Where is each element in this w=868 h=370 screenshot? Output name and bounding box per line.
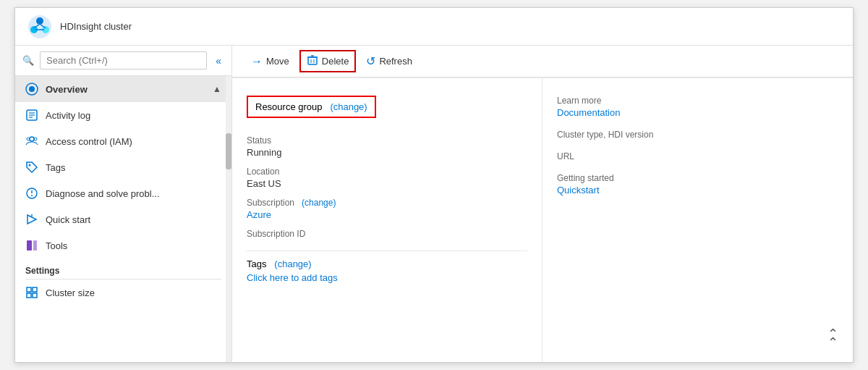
- search-bar: 🔍 «: [15, 46, 231, 76]
- diagnose-icon: [25, 187, 38, 200]
- search-input[interactable]: [40, 51, 207, 70]
- sidebar-scrollbar-thumb[interactable]: [226, 133, 231, 169]
- resource-group-change-link[interactable]: (change): [330, 101, 367, 112]
- sidebar-nav: Overview ▲ Activity log: [15, 76, 231, 362]
- scroll-up-button[interactable]: ⌃ ⌃: [827, 329, 838, 348]
- move-label: Move: [266, 56, 289, 67]
- sidebar-item-label: Tags: [46, 162, 65, 173]
- chevron-up-icon: ▲: [213, 84, 221, 94]
- settings-nav-list: Cluster size: [15, 279, 231, 306]
- access-control-icon: [25, 135, 38, 148]
- refresh-button[interactable]: ↺ Refresh: [359, 50, 420, 72]
- sidebar-item-label: Diagnose and solve probl...: [46, 188, 160, 199]
- sidebar: 🔍 « Overview ▲: [15, 46, 232, 362]
- svg-rect-22: [27, 240, 32, 251]
- overview-icon: [25, 83, 38, 96]
- collapse-button[interactable]: «: [213, 54, 224, 68]
- sidebar-item-label: Cluster size: [46, 287, 95, 298]
- details-right: Learn more Documentation Cluster type, H…: [542, 77, 853, 362]
- svg-point-13: [30, 137, 34, 141]
- url-label: URL: [557, 151, 838, 161]
- settings-section: Settings Cluster size: [15, 258, 231, 306]
- svg-rect-27: [33, 293, 37, 298]
- svg-point-1: [36, 17, 43, 25]
- app-body: 🔍 « Overview ▲: [15, 46, 853, 362]
- search-icon: 🔍: [22, 55, 34, 66]
- move-button[interactable]: → Move: [244, 51, 297, 72]
- svg-point-19: [31, 195, 33, 196]
- delete-label: Delete: [322, 56, 349, 67]
- activity-log-icon: [25, 109, 38, 122]
- svg-rect-24: [27, 287, 31, 292]
- sidebar-item-label: Tools: [46, 240, 67, 251]
- sidebar-item-tools[interactable]: Tools: [15, 232, 231, 258]
- add-tags-link[interactable]: Click here to add tags: [247, 272, 338, 283]
- nav-list: Overview ▲ Activity log: [15, 76, 231, 258]
- details-grid: Resource group (change) Status Running L…: [232, 77, 853, 362]
- details-panel: Resource group (change) Status Running L…: [232, 77, 853, 362]
- tags-change-link[interactable]: (change): [274, 258, 311, 269]
- sidebar-item-overview[interactable]: Overview ▲: [15, 76, 231, 102]
- location-value: East US: [247, 178, 527, 189]
- sidebar-item-label: Activity log: [46, 110, 90, 121]
- sidebar-item-cluster-size[interactable]: Cluster size: [15, 279, 231, 306]
- delete-button[interactable]: Delete: [299, 50, 357, 72]
- move-arrow-icon: →: [251, 55, 263, 68]
- svg-rect-28: [308, 57, 317, 64]
- settings-label: Settings: [15, 258, 231, 279]
- documentation-link[interactable]: Documentation: [557, 107, 620, 118]
- sidebar-item-activity-log[interactable]: Activity log: [15, 102, 231, 128]
- tools-icon: [25, 239, 38, 252]
- learn-more-label: Learn more: [557, 96, 838, 106]
- tags-label: Tags: [247, 258, 266, 269]
- url-section: URL: [557, 151, 838, 161]
- refresh-icon: ↺: [366, 54, 375, 68]
- sidebar-item-access-control[interactable]: Access control (IAM): [15, 128, 231, 154]
- status-value: Running: [247, 147, 527, 158]
- sidebar-item-tags[interactable]: Tags: [15, 154, 231, 180]
- app-title: HDInsight cluster: [60, 21, 132, 32]
- cluster-type-section: Cluster type, HDI version: [557, 130, 838, 140]
- details-left: Resource group (change) Status Running L…: [232, 77, 542, 362]
- svg-point-8: [29, 86, 35, 92]
- sidebar-item-quick-start[interactable]: Quick start: [15, 206, 231, 232]
- svg-point-16: [29, 164, 31, 167]
- quick-start-icon: [25, 213, 38, 226]
- quickstart-link[interactable]: Quickstart: [557, 185, 600, 195]
- resource-group-box: Resource group (change): [247, 96, 376, 118]
- getting-started-label: Getting started: [557, 173, 838, 183]
- resource-group-label: Resource group: [255, 101, 323, 112]
- app-header: HDInsight cluster: [15, 8, 853, 46]
- toolbar: → Move Delete ↺ Refresh: [232, 46, 853, 77]
- sidebar-item-label: Overview: [46, 84, 88, 95]
- location-label: Location: [247, 167, 527, 177]
- subscription-label: Subscription (change): [247, 198, 527, 208]
- sidebar-item-label: Access control (IAM): [46, 136, 132, 147]
- getting-started-section: Getting started Quickstart: [557, 173, 838, 195]
- tags-row: Tags (change) Click here to add tags: [247, 251, 527, 283]
- sidebar-item-label: Quick start: [46, 214, 90, 225]
- subscription-id-label: Subscription ID: [247, 229, 527, 239]
- cluster-type-label: Cluster type, HDI version: [557, 130, 838, 140]
- sidebar-scrollbar[interactable]: [226, 76, 231, 362]
- refresh-label: Refresh: [379, 56, 412, 67]
- svg-rect-25: [33, 287, 37, 292]
- subscription-value-link[interactable]: Azure: [247, 209, 271, 220]
- main-content: → Move Delete ↺ Refresh: [232, 46, 853, 362]
- tags-icon: [25, 161, 38, 174]
- svg-rect-23: [33, 240, 37, 251]
- hdinsight-logo: [27, 14, 53, 40]
- cluster-size-icon: [25, 286, 38, 299]
- status-label: Status: [247, 135, 527, 146]
- subscription-change-link[interactable]: (change): [302, 198, 336, 208]
- app-window: HDInsight cluster 🔍 « Overview: [14, 7, 854, 363]
- sidebar-item-diagnose[interactable]: Diagnose and solve probl...: [15, 180, 231, 206]
- delete-icon: [307, 54, 318, 68]
- svg-rect-26: [27, 293, 31, 298]
- learn-more-section: Learn more Documentation: [557, 96, 838, 118]
